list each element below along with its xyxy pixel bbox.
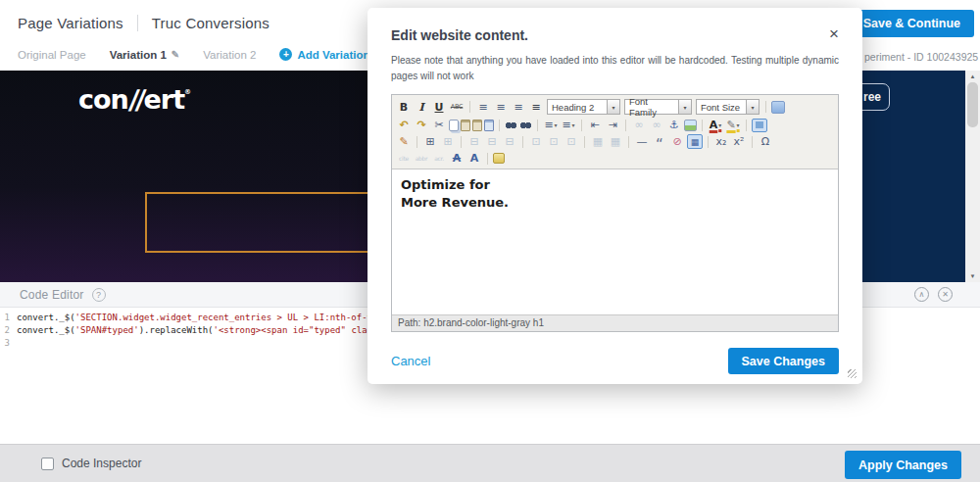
- resize-handle-icon[interactable]: [848, 369, 857, 378]
- indent-icon[interactable]: ⇥: [605, 118, 620, 132]
- paste-text-icon[interactable]: [472, 120, 482, 131]
- strikethrough-icon[interactable]: ABC: [449, 100, 465, 115]
- experience-title: Truc Conversions: [152, 15, 270, 31]
- paste-word-icon[interactable]: [484, 120, 494, 131]
- cut-icon[interactable]: ✂: [431, 118, 447, 132]
- edit-pencil-icon[interactable]: ✎: [172, 49, 179, 60]
- line-number: 2: [0, 324, 10, 337]
- anchor-icon[interactable]: ⚓: [666, 118, 682, 132]
- code-editor-title: Code Editor: [20, 288, 84, 302]
- cell-properties-icon[interactable]: ⊡: [528, 134, 544, 149]
- close-icon[interactable]: ×: [829, 27, 839, 41]
- edit-html-icon[interactable]: ✎: [396, 134, 412, 149]
- insert-table-icon[interactable]: ⊞: [422, 134, 438, 149]
- close-code-editor-icon[interactable]: ✕: [938, 287, 953, 302]
- help-icon[interactable]: ?: [92, 288, 106, 302]
- align-center-icon[interactable]: ≡: [493, 100, 509, 115]
- apply-changes-button[interactable]: Apply Changes: [845, 451, 961, 479]
- save-continue-button[interactable]: Save & Continue: [850, 10, 974, 37]
- find-replace-icon[interactable]: [519, 120, 532, 130]
- page-title: Page Variations: [18, 15, 123, 31]
- insert-row-before-icon[interactable]: ⊟: [484, 134, 500, 149]
- collapse-icon[interactable]: ∧: [914, 287, 929, 302]
- convert-logo: con∕∕ert®: [78, 84, 191, 115]
- insert-row-after-icon[interactable]: ⊟: [502, 134, 517, 149]
- underline-icon[interactable]: U: [431, 100, 447, 115]
- split-cells-icon[interactable]: ▦: [590, 134, 606, 149]
- plus-circle-icon: +: [279, 48, 292, 61]
- bottom-toolbar: Code Inspector Apply Changes: [0, 444, 980, 482]
- deletion-icon[interactable]: A: [449, 151, 465, 166]
- scroll-up-icon[interactable]: ▲: [970, 71, 976, 82]
- editor-content[interactable]: Optimize for More Revenue.: [392, 169, 838, 314]
- delete-column-icon[interactable]: ⊡: [564, 134, 579, 149]
- toolbar-row-3: ✎⊞⊞⊟⊟⊟⊡⊡⊡▦▦—“⊘▦x₂x²Ω: [395, 133, 835, 150]
- redo-icon[interactable]: ↷: [414, 118, 429, 132]
- find-icon[interactable]: [505, 120, 517, 130]
- bullet-list-icon[interactable]: ≡: [543, 118, 559, 132]
- scroll-down-icon[interactable]: ▼: [970, 270, 976, 282]
- image-icon[interactable]: [684, 120, 697, 131]
- toolbar-toggle-icon[interactable]: [771, 101, 785, 114]
- chevron-down-icon[interactable]: ▾: [747, 99, 760, 115]
- insert-column-icon[interactable]: ⊡: [546, 134, 562, 149]
- edit-content-modal: Edit website content. × Please note that…: [368, 8, 862, 384]
- align-left-icon[interactable]: ≡: [475, 100, 491, 115]
- subscript-icon[interactable]: x₂: [713, 134, 729, 149]
- row-properties-icon[interactable]: ⊟: [466, 134, 482, 149]
- editor-toolbar: BIUABC≡≡≡≡ Heading 2 ▾ Font Family ▾ Fon…: [392, 95, 838, 169]
- copy-icon[interactable]: [449, 120, 459, 131]
- abbreviation-icon[interactable]: abbr: [414, 151, 429, 166]
- align-justify-icon[interactable]: ≡: [528, 100, 544, 115]
- unlink-icon[interactable]: ∞: [631, 118, 647, 132]
- paste-icon[interactable]: [461, 120, 470, 131]
- save-changes-button[interactable]: Save Changes: [728, 348, 839, 374]
- insert-attributes-icon[interactable]: [493, 153, 505, 164]
- line-number: 3: [0, 337, 10, 350]
- content-heading-line: Optimize for: [401, 176, 829, 194]
- cite-icon[interactable]: cite: [396, 151, 412, 166]
- remove-format-icon[interactable]: ⊘: [669, 134, 685, 149]
- blockquote-icon[interactable]: “: [652, 134, 667, 149]
- heading-select[interactable]: Heading 2 ▾: [547, 99, 620, 115]
- chevron-down-icon[interactable]: ▾: [608, 99, 620, 115]
- code-inspector-checkbox[interactable]: [41, 458, 54, 470]
- content-heading-line: More Revenue.: [401, 194, 829, 212]
- bold-icon[interactable]: B: [396, 100, 412, 115]
- line-number: 1: [0, 312, 10, 324]
- link-icon[interactable]: ∞: [649, 118, 664, 132]
- insertion-icon[interactable]: A: [466, 151, 482, 166]
- tab-variation-1[interactable]: Variation 1 ✎: [110, 49, 180, 61]
- element-path: Path: h2.brand-color-light-gray h1: [392, 314, 838, 331]
- add-variation-button[interactable]: + Add Variation: [279, 48, 369, 61]
- chevron-down-icon[interactable]: ▾: [679, 99, 692, 115]
- italic-icon[interactable]: I: [414, 100, 429, 115]
- numbered-list-icon[interactable]: ≡: [561, 118, 576, 132]
- merge-cells-icon[interactable]: ▦: [608, 134, 623, 149]
- undo-icon[interactable]: ↶: [396, 118, 412, 132]
- superscript-icon[interactable]: x²: [731, 134, 747, 149]
- tab-original-page[interactable]: Original Page: [18, 49, 86, 61]
- outdent-icon[interactable]: ⇤: [587, 118, 603, 132]
- media-icon[interactable]: [752, 119, 767, 132]
- font-family-select[interactable]: Font Family ▾: [624, 99, 692, 115]
- align-right-icon[interactable]: ≡: [511, 100, 526, 115]
- acronym-icon[interactable]: acr.: [431, 151, 447, 166]
- highlight-color-icon[interactable]: ✎: [725, 118, 741, 132]
- app-root: Page Variations Truc Conversions Save & …: [0, 0, 980, 482]
- toolbar-separator: [765, 101, 766, 113]
- horizontal-rule-icon[interactable]: —: [634, 134, 650, 149]
- special-character-icon[interactable]: Ω: [758, 134, 773, 149]
- cancel-button[interactable]: Cancel: [391, 354, 430, 368]
- scrollbar-thumb[interactable]: [967, 82, 978, 127]
- title-divider: [137, 15, 138, 31]
- toolbar-row-2: ↶↷✂≡≡⇤⇥∞∞⚓A✎: [395, 117, 835, 133]
- modal-note: Please note that anything you have loade…: [391, 53, 839, 83]
- tab-variation-2[interactable]: Variation 2: [203, 49, 256, 61]
- toolbar-row-1: BIUABC≡≡≡≡ Heading 2 ▾ Font Family ▾ Fon…: [395, 97, 835, 117]
- preview-scrollbar[interactable]: ▲ ▼: [965, 71, 980, 282]
- table-properties-icon[interactable]: ⊞: [440, 134, 456, 149]
- text-color-icon[interactable]: A: [708, 118, 723, 132]
- font-size-select[interactable]: Font Size ▾: [696, 99, 760, 115]
- visual-aid-icon[interactable]: ▦: [687, 134, 703, 149]
